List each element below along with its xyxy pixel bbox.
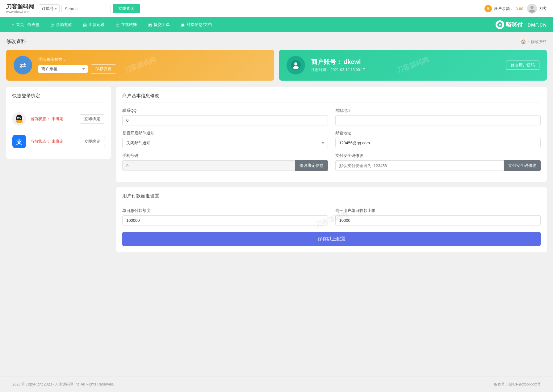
breadcrumb-current: 修改资料 — [531, 39, 547, 44]
main-sections: 快捷登录绑定 — [6, 87, 547, 252]
phone-bind-button[interactable]: 修改绑定信息 — [295, 160, 328, 171]
nav-label-docs: 对接信息/文档 — [186, 22, 212, 27]
alipay-status-label: 当前状态： — [30, 139, 50, 144]
header-left: 刀客源码网 www.dkewl.com 订单号 ▾ 立即查询 — [6, 3, 140, 14]
user-area[interactable]: 刀客 — [527, 4, 547, 14]
quick-bind-title: 快捷登录绑定 — [12, 93, 105, 103]
nav-item-recharge[interactable]: ◎ 余额充值 — [45, 17, 78, 32]
paycode-input-group: 支付安全码修改 — [335, 160, 541, 171]
search-area: 订单号 ▾ 立即查询 — [39, 4, 140, 13]
balance-amount: 0.00 — [516, 6, 523, 11]
qq-icon — [12, 112, 26, 126]
nav-item-transfer[interactable]: ◎ 在线转账 — [110, 17, 143, 32]
nav-label-transfer: 在线转账 — [121, 22, 137, 27]
nav-item-home[interactable]: ⌂ 首页 - 仪表盘 — [6, 17, 45, 32]
form-select-email-notify[interactable]: 关闭邮件通知 开启邮件通知 — [122, 138, 328, 148]
form-group-email: 邮箱地址 — [335, 130, 541, 148]
shuffle-icon: ⇄ — [19, 61, 26, 70]
brand-name: 嗒咪付 — [506, 21, 523, 28]
alipay-bind-button[interactable]: 立即绑定 — [80, 137, 105, 146]
payment-title: 用户付款额度设置 — [122, 193, 541, 203]
nav-brand: 嗒咪付 | DMF.CN — [496, 20, 547, 29]
svg-point-12 — [18, 117, 19, 118]
nav-label-home: 首页 - 仪表盘 — [16, 22, 40, 27]
svg-text:支: 支 — [16, 138, 23, 145]
merchant-name-value: dkewl — [344, 58, 361, 65]
svg-point-6 — [293, 66, 299, 69]
svg-point-13 — [20, 117, 21, 118]
svg-point-5 — [294, 62, 297, 65]
merchant-modify-password-button[interactable]: 修改用户密码 — [506, 61, 539, 70]
form-input-website[interactable] — [335, 115, 541, 125]
brand-separator: | — [525, 22, 526, 27]
fee-card-icon: ⇄ — [14, 56, 32, 74]
merchant-name-label: 商户账号： — [311, 58, 342, 65]
yuan-icon: ¥ — [484, 5, 492, 12]
nav-item-records[interactable]: ▤ 汇款记录 — [78, 17, 110, 32]
footer-icp: 备案号：陕ICP备xxxxxxxx号 — [494, 382, 541, 387]
fee-select-row: 商户承担 用户承担 平台承担 保存设置 — [38, 64, 267, 74]
merchant-card-content: 商户账号： dkewl 注册时间： 2021-03-12 13:00:17 — [311, 58, 500, 73]
form-input-phone — [122, 160, 295, 171]
payment-settings-card: 刀客源码网 用户付款额度设置 单日总付款额度 同一用户单日收款上限 保存以上配置 — [116, 187, 547, 252]
user-name: 刀客 — [539, 6, 547, 11]
records-icon: ▤ — [83, 23, 87, 27]
alipay-icon: 支 — [12, 135, 26, 148]
footer-copyright: 2023 © CopyRight 2023 · 刀客源码网 Inc.All Ri… — [12, 382, 114, 387]
fee-save-button[interactable]: 保存设置 — [91, 64, 116, 74]
nav-item-docs[interactable]: ▣ 对接信息/文档 — [175, 17, 217, 32]
right-panel: 商户基本信息修改 联系QQ 网站地址 是否开启邮件通知 — [116, 87, 547, 252]
form-input-qq[interactable] — [122, 115, 328, 125]
form-label-phone: 手机号码 — [122, 153, 328, 158]
logo-url: www.dkewl.com — [6, 10, 34, 14]
search-input[interactable] — [61, 5, 111, 13]
alipay-logo-icon: 支 — [12, 135, 26, 148]
form-input-daily-user[interactable] — [335, 215, 541, 226]
alipay-bind-status: 当前状态： 未绑定 — [30, 139, 80, 144]
qq-status-value: 未绑定 — [52, 116, 64, 121]
main-content: 修改资料 🏠 › 修改资料 刀客源码网 ⇄ 手续费承担方： 商户承担 用户承担 — [0, 32, 553, 377]
merchant-name: 商户账号： dkewl — [311, 58, 500, 66]
alipay-status-value: 未绑定 — [52, 139, 64, 144]
form-group-email-notify: 是否开启邮件通知 关闭邮件通知 开启邮件通知 — [122, 130, 328, 148]
search-type-select[interactable]: 订单号 ▾ — [39, 4, 60, 13]
paycode-modify-button[interactable]: 支付安全码修改 — [504, 160, 541, 171]
nav-items: ⌂ 首页 - 仪表盘 ◎ 余额充值 ▤ 汇款记录 ◎ 在线转账 ◩ 提交工单 ▣… — [6, 17, 217, 32]
form-input-paycode[interactable] — [335, 160, 504, 171]
merchant-card-icon — [287, 56, 305, 74]
quick-bind-card: 快捷登录绑定 — [6, 87, 111, 159]
save-all-button[interactable]: 保存以上配置 — [122, 232, 541, 246]
brand-icon — [496, 20, 504, 29]
svg-point-14 — [17, 120, 21, 122]
form-group-website: 网站地址 — [335, 108, 541, 125]
header: 刀客源码网 www.dkewl.com 订单号 ▾ 立即查询 ¥ 账户余额： 0… — [0, 0, 553, 17]
merchant-time: 注册时间： 2021-03-12 13:00:17 — [311, 67, 500, 73]
alipay-bind-item: 支 当前状态： 未绑定 立即绑定 — [12, 130, 105, 153]
qq-bind-button[interactable]: 立即绑定 — [80, 114, 105, 124]
top-cards: 刀客源码网 ⇄ 手续费承担方： 商户承担 用户承担 平台承担 保存设置 — [6, 50, 547, 81]
breadcrumb-sep: › — [528, 39, 529, 44]
brand-logo: 嗒咪付 | DMF.CN — [496, 20, 547, 29]
nav-label-recharge: 余额充值 — [56, 22, 72, 27]
user-avatar-icon — [527, 4, 537, 14]
nav-item-submit[interactable]: ◩ 提交工单 — [143, 17, 175, 32]
form-label-email: 邮箱地址 — [335, 130, 541, 136]
phone-input-group: 修改绑定信息 — [122, 160, 328, 171]
form-group-daily-total: 单日总付款额度 — [122, 208, 328, 226]
form-input-daily-total[interactable] — [122, 215, 328, 226]
form-label-daily-user: 同一用户单日收款上限 — [335, 208, 541, 213]
nav-label-records: 汇款记录 — [89, 22, 105, 27]
search-button[interactable]: 立即查询 — [113, 4, 140, 13]
fee-select[interactable]: 商户承担 用户承担 平台承担 — [38, 65, 88, 73]
svg-point-1 — [530, 6, 534, 9]
form-group-paycode: 支付安全码修改 支付安全码修改 — [335, 153, 541, 171]
svg-point-2 — [529, 10, 535, 13]
form-group-qq: 联系QQ — [122, 108, 328, 125]
left-panel: 快捷登录绑定 — [6, 87, 111, 164]
payment-form-grid: 单日总付款额度 同一用户单日收款上限 — [122, 208, 541, 226]
form-group-daily-user: 同一用户单日收款上限 — [335, 208, 541, 226]
fee-label: 手续费承担方： — [38, 57, 267, 62]
form-input-email[interactable] — [335, 138, 541, 148]
account-balance: ¥ 账户余额： 0.00 — [484, 5, 523, 12]
search-type-label: 订单号 — [42, 6, 54, 11]
